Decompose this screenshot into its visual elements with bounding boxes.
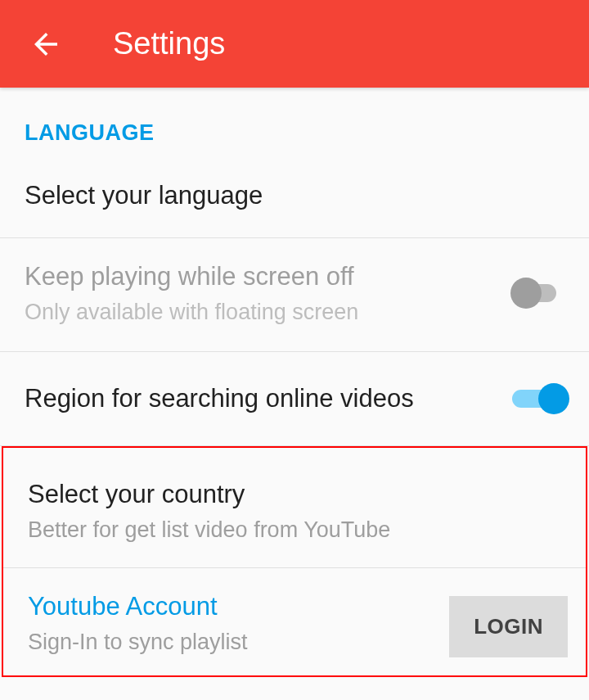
row-select-country[interactable]: Select your country Better for get list … [3,448,586,568]
settings-content: LANGUAGE Select your language Keep playi… [0,88,589,677]
row-title: Select your language [25,178,564,213]
section-header-language: LANGUAGE [0,88,589,157]
arrow-back-icon [29,27,63,61]
row-youtube-account: Youtube Account Sign-In to sync playlist… [3,568,586,675]
row-title: Youtube Account [28,589,436,624]
row-title: Select your country [28,477,561,512]
row-title: Region for searching online videos [25,382,497,416]
toolbar: Settings [0,0,589,88]
highlight-box: Select your country Better for get list … [2,446,587,677]
back-button[interactable] [26,25,65,64]
switch-thumb [510,278,542,309]
switch-thumb [538,383,569,414]
row-title: Keep playing while screen off [25,260,497,294]
toggle-keep-playing [510,278,564,309]
login-button[interactable]: LOGIN [449,596,568,657]
row-subtitle: Better for get list video from YouTube [28,515,561,544]
row-region-search[interactable]: Region for searching online videos [0,352,589,446]
row-select-language[interactable]: Select your language [0,157,589,238]
toggle-region-search[interactable] [510,383,564,414]
row-keep-playing: Keep playing while screen off Only avail… [0,238,589,352]
row-subtitle: Sign-In to sync playlist [28,627,436,657]
row-subtitle: Only available with floating screen [25,297,497,327]
page-title: Settings [113,26,225,61]
